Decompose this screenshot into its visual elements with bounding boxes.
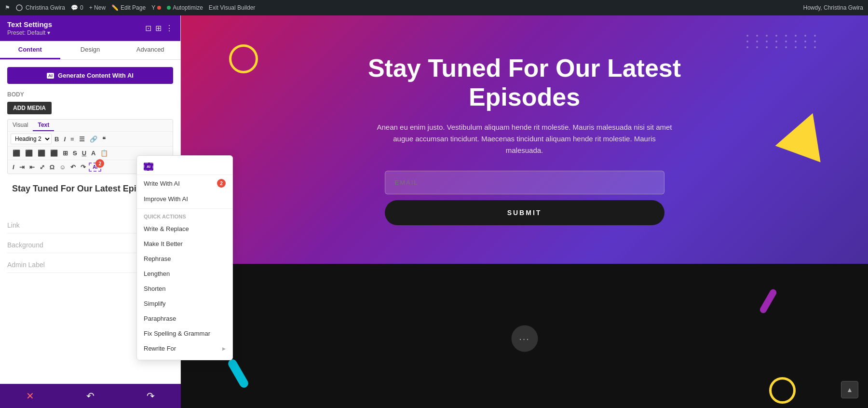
sidebar-tabs: Content Design Advanced — [0, 41, 180, 60]
hero-dots-decoration — [746, 35, 820, 48]
scroll-top-button[interactable]: ▲ — [841, 381, 858, 398]
strikethrough-button[interactable]: S — [71, 149, 79, 158]
redo-button[interactable]: ↷ — [79, 163, 88, 172]
add-media-button[interactable]: ADD MEDIA — [7, 102, 52, 114]
redo-button-bar[interactable]: ↷ — [137, 386, 164, 406]
dark-dots-button[interactable]: ··· — [511, 326, 538, 352]
blockquote-button[interactable]: ❝ — [100, 135, 108, 144]
ai-popup-icon: AI — [144, 163, 153, 171]
expand-button[interactable]: ⤢ — [38, 163, 47, 172]
write-with-ai[interactable]: Write With AI 2 — [137, 175, 232, 191]
ai-badge: AI — [47, 73, 54, 79]
hero-circle-decoration — [229, 44, 258, 73]
autoptimize[interactable]: Autoptimize — [167, 4, 203, 11]
sidebar-header: Text Settings Preset: Default ▾ ⊡ ⊞ ⋮ — [0, 15, 180, 41]
sidebar-preset[interactable]: Preset: Default ▾ — [7, 29, 52, 36]
make-it-better[interactable]: Make It Better — [137, 236, 232, 251]
underline-button[interactable]: U — [80, 149, 88, 158]
sidebar-title: Text Settings — [7, 20, 52, 28]
rephrase[interactable]: Rephrase — [137, 251, 232, 266]
shorten[interactable]: Shorten — [137, 281, 232, 296]
comment-count[interactable]: 💬 0 — [71, 4, 83, 11]
hero-description: Anean eu enim justo. Vestibulum aliquam … — [375, 122, 674, 156]
write-replace[interactable]: Write & Replace — [137, 221, 232, 236]
hero-title: Stay Tuned For Our Latest Episodes — [356, 54, 693, 112]
improve-with-ai[interactable]: Improve With AI — [137, 191, 232, 206]
dark-circle-decoration — [769, 377, 796, 404]
indent-button[interactable]: ⇥ — [17, 163, 27, 172]
generate-ai-button[interactable]: AI Generate Content With AI — [7, 67, 173, 84]
site-name[interactable]: Christina Gwira — [16, 4, 65, 11]
align-left-button[interactable]: ⬛ — [11, 149, 22, 158]
tab-advanced[interactable]: Advanced — [120, 41, 180, 59]
dark-pill-cyan-decoration — [227, 358, 250, 389]
heading-select[interactable]: Heading 2 — [11, 134, 52, 144]
hero-wedge-decoration — [775, 105, 836, 163]
yoast-status-dot — [157, 6, 161, 10]
new-button[interactable]: + New — [89, 4, 106, 11]
submit-button[interactable]: SUBMIT — [385, 200, 665, 225]
email-input[interactable] — [385, 171, 665, 194]
dark-pill-purple-decoration — [759, 288, 778, 314]
table-button[interactable]: ⊞ — [61, 149, 70, 158]
lengthen[interactable]: Lengthen — [137, 266, 232, 281]
hero-section: Stay Tuned For Our Latest Episodes Anean… — [181, 15, 868, 264]
autoptimize-dot — [167, 6, 171, 10]
exit-builder[interactable]: Exit Visual Builder — [209, 4, 256, 11]
paraphrase[interactable]: Paraphrase — [137, 311, 232, 326]
more-icon[interactable]: ⋮ — [165, 24, 173, 33]
main-content: Stay Tuned For Our Latest Episodes Anean… — [181, 15, 868, 408]
resize-icon[interactable]: ⊡ — [145, 24, 151, 33]
align-center-button[interactable]: ⬛ — [23, 149, 35, 158]
bold-button[interactable]: B — [53, 135, 61, 144]
bottom-bar: ✕ ↶ ↷ — [0, 384, 181, 408]
tab-design[interactable]: Design — [60, 41, 121, 59]
italic2-button[interactable]: I — [11, 163, 16, 172]
columns-icon[interactable]: ⊞ — [155, 24, 162, 33]
emoji-button[interactable]: ☺ — [57, 163, 68, 172]
ul-button[interactable]: ≡ — [68, 135, 76, 144]
write-ai-badge: 2 — [217, 179, 226, 188]
align-justify-button[interactable]: ⬛ — [48, 149, 60, 158]
yoast[interactable]: Y — [151, 4, 161, 11]
admin-bar: ⚑ Christina Gwira 💬 0 + New ✏️ Edit Page… — [0, 0, 868, 15]
italic-button[interactable]: I — [62, 135, 68, 144]
hero-form: SUBMIT — [385, 171, 665, 225]
body-label: Body — [7, 91, 173, 98]
wp-logo[interactable]: ⚑ — [5, 4, 10, 11]
ai-badge-number: 2 — [95, 159, 104, 168]
close-button[interactable]: ✕ — [16, 386, 44, 406]
rewrite-for[interactable]: Rewrite For — [137, 341, 232, 356]
quick-actions-label: Quick Actions — [137, 211, 232, 221]
outdent-button[interactable]: ⇤ — [27, 163, 37, 172]
dark-section: ··· — [181, 264, 868, 408]
paste-button[interactable]: 📋 — [98, 149, 110, 158]
editor-tab-visual[interactable]: Visual — [8, 120, 33, 131]
fix-spelling[interactable]: Fix Spelling & Grammar — [137, 326, 232, 341]
simplify[interactable]: Simplify — [137, 296, 232, 311]
align-right-button[interactable]: ⬛ — [36, 149, 47, 158]
special-char-button[interactable]: Ω — [48, 163, 56, 172]
ol-button[interactable]: ☰ — [77, 135, 87, 144]
color-button[interactable]: A — [89, 149, 97, 158]
undo-button-bar[interactable]: ↶ — [77, 386, 104, 406]
editor-tab-text[interactable]: Text — [33, 120, 54, 131]
edit-page[interactable]: ✏️ Edit Page — [111, 4, 146, 11]
undo-button[interactable]: ↶ — [68, 163, 78, 172]
svg-point-0 — [16, 5, 22, 11]
link-button[interactable]: 🔗 — [88, 135, 99, 144]
howdy-label: Howdy, Christina Gwira — [803, 4, 863, 11]
sidebar-header-icons: ⊡ ⊞ ⋮ — [145, 24, 173, 33]
ai-popup-menu: AI Write With AI 2 Improve With AI Quick… — [136, 155, 233, 360]
tab-content[interactable]: Content — [0, 41, 60, 59]
ai-popup-header: AI — [137, 160, 232, 175]
toolbar-row-1: Heading 2 B I ≡ ☰ 🔗 ❝ — [8, 132, 173, 147]
